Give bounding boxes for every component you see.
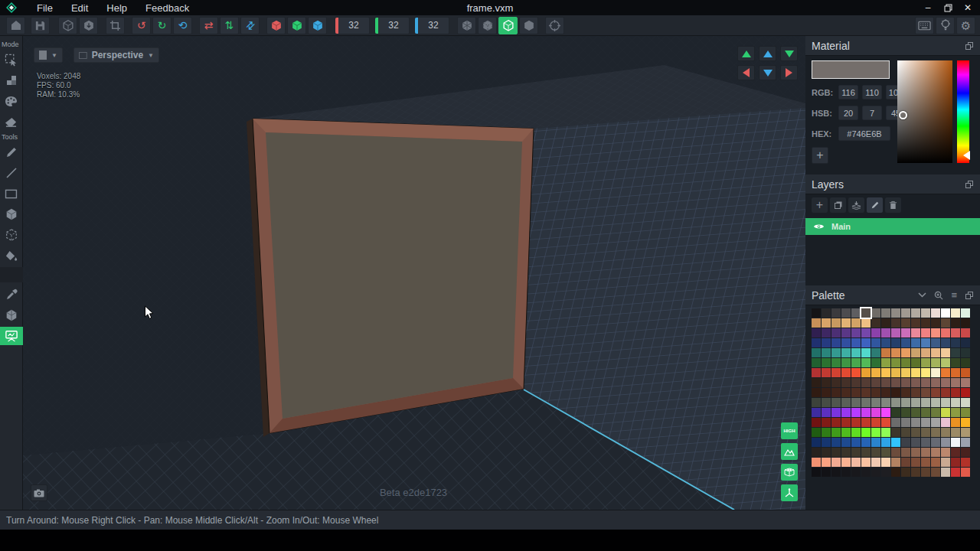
palette-swatch[interactable] <box>831 358 841 367</box>
palette-swatch[interactable] <box>831 318 841 328</box>
palette-swatch[interactable] <box>822 328 831 337</box>
rgb-g-field[interactable]: 110 <box>862 85 882 99</box>
palette-swatch[interactable] <box>931 308 940 318</box>
palette-swatch[interactable] <box>961 368 970 377</box>
palette-swatch[interactable] <box>951 438 960 447</box>
palette-swatch[interactable] <box>921 308 930 318</box>
palette-swatch[interactable] <box>861 328 871 337</box>
palette-swatch[interactable] <box>891 408 900 417</box>
palette-swatch[interactable] <box>812 468 821 477</box>
palette-swatch[interactable] <box>822 348 831 357</box>
palette-swatch[interactable] <box>941 358 950 367</box>
palette-swatch[interactable] <box>881 408 890 417</box>
tool-hollow-box-button[interactable] <box>2 226 21 244</box>
toggle-grid-button[interactable] <box>781 464 798 481</box>
palette-swatch[interactable] <box>891 438 900 447</box>
palette-swatch[interactable] <box>861 388 871 397</box>
palette-swatch[interactable] <box>901 398 910 407</box>
palette-swatch[interactable] <box>901 328 910 337</box>
palette-swatch[interactable] <box>812 428 821 437</box>
palette-swatch[interactable] <box>831 448 841 457</box>
palette-swatch[interactable] <box>812 328 821 337</box>
palette-swatch[interactable] <box>841 398 851 407</box>
palette-swatch[interactable] <box>851 448 861 457</box>
palette-swatch[interactable] <box>851 418 861 427</box>
palette-swatch[interactable] <box>871 438 880 447</box>
palette-swatch[interactable] <box>901 368 910 377</box>
render-quality-button[interactable]: HIGH <box>781 422 798 439</box>
palette-swatch[interactable] <box>931 398 940 407</box>
palette-swatch[interactable] <box>921 438 930 447</box>
palette-swatch[interactable] <box>901 418 910 427</box>
palette-swatch[interactable] <box>921 358 930 367</box>
palette-swatch[interactable] <box>822 398 831 407</box>
palette-swatch[interactable] <box>812 388 821 397</box>
palette-swatch[interactable] <box>921 388 930 397</box>
layer-row-main[interactable]: Main <box>805 218 980 235</box>
dimension-z-input[interactable]: 32 <box>414 17 449 34</box>
dimension-y-value[interactable]: 32 <box>378 20 409 31</box>
palette-swatch[interactable] <box>941 378 950 387</box>
palette-swatch[interactable] <box>861 408 871 417</box>
palette-swatch[interactable] <box>901 408 910 417</box>
palette-swatch[interactable] <box>841 428 851 437</box>
crop-button[interactable] <box>106 17 125 34</box>
palette-swatch[interactable] <box>941 388 950 397</box>
camera-mode-dropdown[interactable]: Perspective ▼ <box>74 47 159 63</box>
palette-swatch[interactable] <box>851 308 861 318</box>
palette-swatch[interactable] <box>831 398 841 407</box>
palette-swatch[interactable] <box>921 408 930 417</box>
palette-swatch[interactable] <box>851 358 861 367</box>
palette-swatch[interactable] <box>961 438 970 447</box>
palette-swatch[interactable] <box>841 418 851 427</box>
palette-swatch[interactable] <box>941 338 950 347</box>
rotate-left-red-button[interactable] <box>737 65 755 80</box>
palette-swatch[interactable] <box>891 358 900 367</box>
palette-swatch[interactable] <box>822 378 831 387</box>
tips-lightbulb-button[interactable] <box>936 17 955 34</box>
palette-swatch[interactable] <box>812 448 821 457</box>
palette-swatch[interactable] <box>901 308 910 318</box>
palette-swatch[interactable] <box>851 408 861 417</box>
palette-swatch[interactable] <box>901 438 910 447</box>
palette-swatch[interactable] <box>881 418 890 427</box>
palette-swatch[interactable] <box>961 408 970 417</box>
toggle-ground-button[interactable] <box>781 443 798 460</box>
palette-swatch[interactable] <box>941 438 950 447</box>
palette-swatch[interactable] <box>871 308 880 318</box>
rotate-x-button[interactable]: ↺ <box>132 17 151 34</box>
palette-swatch[interactable] <box>881 348 890 357</box>
palette-swatch[interactable] <box>951 428 960 437</box>
zoom-palette-icon[interactable] <box>934 291 943 300</box>
dimension-y-input[interactable]: 32 <box>374 17 410 34</box>
palette-swatch[interactable] <box>841 458 851 467</box>
palette-swatch[interactable] <box>851 438 861 447</box>
toggle-axis-button[interactable] <box>781 484 798 501</box>
palette-swatch[interactable] <box>931 438 940 447</box>
palette-swatch[interactable] <box>911 318 920 328</box>
palette-swatch[interactable] <box>931 318 940 328</box>
palette-swatch[interactable] <box>941 458 950 467</box>
palette-swatch[interactable] <box>822 468 831 477</box>
palette-swatch[interactable] <box>951 328 960 337</box>
palette-swatch[interactable] <box>921 318 930 328</box>
palette-swatch[interactable] <box>891 448 900 457</box>
viewport-options-dropdown[interactable]: ▼ <box>34 47 63 63</box>
tool-voxel-box-button[interactable] <box>2 306 21 324</box>
popout-icon[interactable] <box>965 41 974 51</box>
mirror-y-button[interactable]: ⇅ <box>220 17 239 34</box>
save-button[interactable] <box>31 17 50 34</box>
menu-feedback[interactable]: Feedback <box>136 2 198 14</box>
palette-swatch[interactable] <box>931 468 940 477</box>
hsb-h-field[interactable]: 20 <box>838 106 858 120</box>
palette-swatch[interactable] <box>911 468 920 477</box>
palette-swatch[interactable] <box>851 428 861 437</box>
palette-swatch[interactable] <box>861 358 871 367</box>
palette-swatch[interactable] <box>911 458 920 467</box>
palette-swatch[interactable] <box>841 308 851 318</box>
palette-swatch[interactable] <box>822 358 831 367</box>
palette-swatch[interactable] <box>861 468 871 477</box>
palette-swatch[interactable] <box>921 428 930 437</box>
tool-frame-mode-button[interactable] <box>0 327 23 345</box>
palette-swatch[interactable] <box>911 358 920 367</box>
